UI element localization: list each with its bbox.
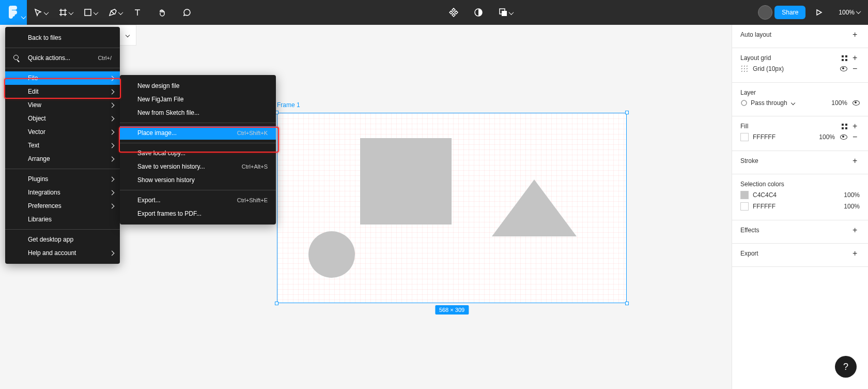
menu-back-to-files[interactable]: Back to files (5, 31, 120, 44)
menu-separator (5, 169, 120, 169)
menu-arrange[interactable]: Arrange (5, 152, 120, 166)
sel-color-2-hex[interactable]: FFFFFF (753, 203, 776, 210)
help-button[interactable]: ? (835, 356, 857, 378)
menu-separator (120, 190, 276, 190)
chevron-down-icon (857, 10, 861, 14)
color-swatch[interactable] (740, 202, 749, 211)
layers-tab-chevron[interactable] (119, 25, 136, 46)
search-icon (13, 55, 19, 60)
plus-icon[interactable] (853, 157, 860, 164)
stroke-label: Stroke (740, 157, 758, 164)
selection-handle[interactable] (625, 111, 629, 114)
submenu-new-design[interactable]: New design file (120, 79, 276, 93)
rectangle-shape[interactable] (360, 138, 452, 225)
menu-text[interactable]: Text (5, 139, 120, 152)
menu-integrations[interactable]: Integrations (5, 186, 120, 199)
figma-menu-button[interactable] (0, 0, 27, 25)
menu-desktop-app[interactable]: Get desktop app (5, 233, 120, 246)
submenu-save-local[interactable]: Save local copy... (120, 146, 276, 160)
layout-grid-label: Layout grid (740, 54, 771, 62)
chevron-down-icon (44, 11, 49, 16)
chevron-down-icon (119, 11, 123, 16)
submenu-export[interactable]: Export...Ctrl+Shift+E (120, 193, 276, 207)
main-menu: Back to files Quick actions...Ctrl+/ Fil… (5, 27, 120, 264)
comment-tool[interactable] (176, 4, 198, 21)
sel-color-1-pct[interactable]: 100% (844, 191, 860, 199)
color-swatch[interactable] (740, 191, 749, 199)
eye-icon[interactable] (840, 134, 847, 140)
fill-label: Fill (740, 123, 748, 130)
menu-view[interactable]: View (5, 98, 120, 112)
sel-color-1-hex[interactable]: C4C4C4 (753, 191, 777, 199)
menu-file[interactable]: File (5, 71, 120, 85)
fill-opacity[interactable]: 100% (819, 133, 835, 141)
present-button[interactable] (808, 4, 830, 21)
grid-value[interactable]: Grid (10px) (753, 65, 784, 72)
eye-icon[interactable] (840, 66, 847, 71)
submenu-export-pdf[interactable]: Export frames to PDF... (120, 207, 276, 220)
menu-object[interactable]: Object (5, 112, 120, 125)
dimensions-badge: 568 × 309 (435, 305, 469, 315)
grid-swatch-icon[interactable] (740, 65, 749, 73)
chevron-down-icon (22, 16, 26, 20)
frame-label[interactable]: Frame 1 (277, 101, 300, 109)
hand-tool[interactable] (151, 4, 174, 21)
triangle-shape[interactable] (492, 179, 577, 236)
components-icon[interactable] (442, 4, 465, 21)
style-icon[interactable] (842, 124, 847, 129)
zoom-control[interactable]: 100% (839, 9, 861, 16)
opacity-value[interactable]: 100% (831, 99, 847, 107)
shape-tool[interactable] (76, 4, 99, 21)
menu-edit[interactable]: Edit (5, 85, 120, 98)
frame-tool[interactable] (52, 4, 74, 21)
sel-color-2-pct[interactable]: 100% (844, 203, 860, 210)
plus-icon[interactable] (853, 54, 860, 62)
plus-icon[interactable] (853, 31, 860, 38)
selection-handle[interactable] (275, 302, 278, 305)
menu-quick-actions[interactable]: Quick actions...Ctrl+/ (5, 51, 120, 65)
frame-box[interactable] (277, 113, 627, 303)
design-panel: Auto layout Layout grid Grid (10px) Laye… (732, 25, 868, 389)
menu-libraries[interactable]: Libraries (5, 213, 120, 226)
effects-label: Effects (740, 227, 759, 234)
text-tool[interactable] (126, 4, 149, 21)
submenu-new-sketch[interactable]: New from Sketch file... (120, 106, 276, 119)
menu-preferences[interactable]: Preferences (5, 199, 120, 213)
plus-icon[interactable] (853, 250, 860, 257)
svg-rect-3 (502, 11, 507, 16)
top-toolbar: Share 100% (0, 0, 868, 25)
grid-styles-icon[interactable] (842, 55, 847, 61)
share-button[interactable]: Share (774, 6, 805, 19)
submenu-show-history[interactable]: Show version history (120, 173, 276, 187)
menu-separator (120, 123, 276, 123)
menu-separator (5, 48, 120, 48)
boolean-icon[interactable] (492, 4, 515, 21)
color-swatch[interactable] (740, 133, 749, 141)
menu-vector[interactable]: Vector (5, 125, 120, 139)
plus-icon[interactable] (853, 123, 860, 130)
chevron-down-icon (509, 11, 514, 16)
submenu-save-version[interactable]: Save to version history...Ctrl+Alt+S (120, 160, 276, 173)
submenu-place-image[interactable]: Place image...Ctrl+Shift+K (120, 126, 276, 140)
frame[interactable]: Frame 1 568 × 309 (277, 113, 627, 303)
fill-hex[interactable]: FFFFFF (753, 133, 776, 141)
avatar[interactable] (758, 5, 772, 20)
minus-icon[interactable] (853, 133, 860, 141)
move-tool[interactable] (27, 4, 50, 21)
mask-icon[interactable] (467, 4, 490, 21)
file-submenu: New design file New FigJam File New from… (120, 75, 276, 225)
svg-rect-0 (85, 9, 91, 16)
submenu-new-figjam[interactable]: New FigJam File (120, 93, 276, 106)
pen-tool[interactable] (101, 4, 124, 21)
minus-icon[interactable] (853, 65, 860, 72)
blend-mode[interactable]: Pass through (751, 99, 787, 107)
layer-label: Layer (740, 89, 756, 96)
selection-handle[interactable] (625, 302, 629, 305)
eye-icon[interactable] (853, 100, 860, 106)
plus-icon[interactable] (853, 227, 860, 234)
selection-colors-label: Selection colors (740, 181, 784, 188)
menu-plugins[interactable]: Plugins (5, 172, 120, 186)
ellipse-shape[interactable] (308, 231, 355, 278)
chevron-down-icon (94, 11, 98, 16)
menu-help[interactable]: Help and account (5, 246, 120, 260)
